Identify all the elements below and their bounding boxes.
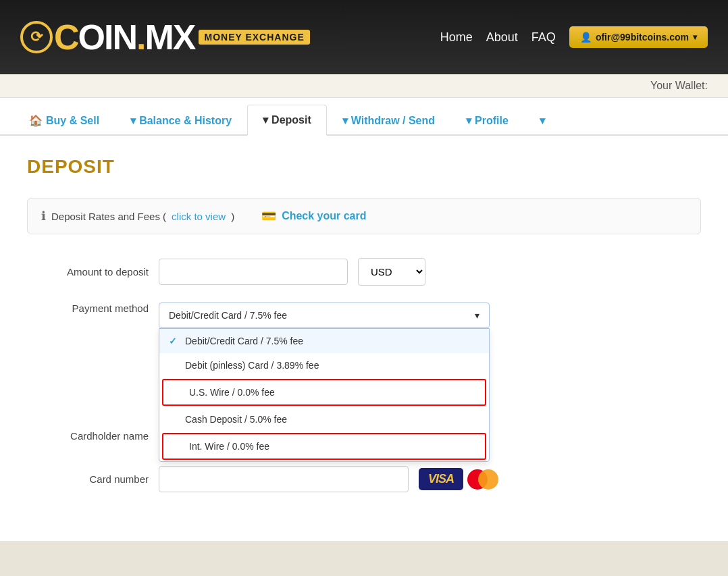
- chevron-down-icon: ▾: [263, 113, 268, 126]
- payment-option-us-wire[interactable]: U.S. Wire / 0.0% fee: [162, 379, 486, 406]
- payment-option-debit-credit[interactable]: ✓ Debit/Credit Card / 7.5% fee: [159, 329, 489, 353]
- amount-label: Amount to deposit: [27, 266, 149, 278]
- check-icon: ✓: [169, 336, 180, 346]
- chevron-down-icon: ▾: [540, 114, 545, 127]
- payment-option-label: Cash Deposit / 5.0% fee: [185, 414, 287, 425]
- card-number-label: Card number: [27, 473, 149, 485]
- payment-option-label: Debit/Credit Card / 7.5% fee: [185, 336, 303, 346]
- payment-option-label: Int. Wire / 0.0% fee: [189, 441, 269, 452]
- chevron-down-icon: ▾: [342, 114, 348, 127]
- chevron-down-icon: ▾: [130, 114, 136, 127]
- amount-input[interactable]: [159, 259, 348, 285]
- logo-text: COIN.MX: [54, 20, 194, 55]
- wallet-bar: Your Wallet:: [0, 74, 728, 98]
- payment-option-debit-pinless[interactable]: Debit (pinless) Card / 3.89% fee: [159, 353, 489, 377]
- rates-label: Deposit Rates and Fees (: [51, 211, 166, 222]
- user-email: ofir@99bitcoins.com: [596, 32, 689, 43]
- main-container: 🏠 Buy & Sell ▾ Balance & History ▾ Depos…: [0, 98, 728, 541]
- mastercard-logo: [467, 467, 504, 492]
- payment-dropdown-wrapper: Debit/Credit Card / 7.5% fee ▾ ✓ Debit/C…: [159, 303, 490, 328]
- coin-letter: ⟳: [30, 28, 43, 46]
- nav-faq[interactable]: FAQ: [531, 30, 556, 45]
- card-number-input[interactable]: [159, 466, 409, 492]
- tab-profile[interactable]: ▾ Profile: [450, 105, 524, 136]
- tab-balance-history[interactable]: ▾ Balance & History: [115, 105, 247, 136]
- page-title: DEPOSIT: [27, 156, 701, 178]
- logo: ⟳ COIN.MX MONEY EXCHANGE: [20, 20, 310, 55]
- info-icon: ℹ: [41, 209, 46, 224]
- rates-suffix: ): [231, 211, 234, 222]
- card-number-group: VISA: [159, 466, 504, 492]
- nav-home[interactable]: Home: [440, 30, 473, 45]
- logo-badge: MONEY EXCHANGE: [199, 30, 309, 45]
- payment-option-label: U.S. Wire / 0.0% fee: [189, 387, 275, 398]
- currency-select[interactable]: USD EUR GBP BTC: [358, 258, 425, 286]
- tab-withdraw-send[interactable]: ▾ Withdraw / Send: [327, 105, 450, 136]
- chevron-down-icon: ▾: [693, 32, 697, 42]
- page-body: DEPOSIT ℹ Deposit Rates and Fees ( click…: [0, 136, 728, 541]
- click-to-view-link[interactable]: click to view: [172, 211, 226, 222]
- visa-logo: VISA: [419, 468, 463, 490]
- chevron-down-icon: ▾: [475, 310, 479, 321]
- payment-option-label: Debit (pinless) Card / 3.89% fee: [185, 360, 319, 371]
- tab-bar: 🏠 Buy & Sell ▾ Balance & History ▾ Depos…: [0, 98, 728, 136]
- user-icon: 👤: [580, 32, 592, 43]
- rates-info: ℹ Deposit Rates and Fees ( click to view…: [41, 209, 234, 224]
- wallet-label: Your Wallet:: [650, 80, 708, 91]
- payment-form-group: Payment method Debit/Credit Card / 7.5% …: [27, 303, 701, 328]
- mc-orange-circle: [478, 469, 498, 490]
- credit-card-icon: 💳: [261, 209, 276, 224]
- nav-about[interactable]: About: [486, 30, 518, 45]
- payment-dropdown-menu: ✓ Debit/Credit Card / 7.5% fee Debit (pi…: [159, 328, 490, 462]
- main-nav: Home About FAQ 👤 ofir@99bitcoins.com ▾: [440, 26, 708, 48]
- header: ⟳ COIN.MX MONEY EXCHANGE Home About FAQ …: [0, 0, 728, 74]
- payment-option-cash-deposit[interactable]: Cash Deposit / 5.0% fee: [159, 407, 489, 431]
- chevron-down-icon: ▾: [466, 114, 471, 127]
- payment-option-int-wire[interactable]: Int. Wire / 0.0% fee: [162, 433, 486, 460]
- tab-buy-sell[interactable]: 🏠 Buy & Sell: [14, 105, 115, 136]
- home-icon: 🏠: [29, 114, 43, 127]
- card-logos: VISA: [419, 467, 504, 492]
- check-card-info: 💳 Check your card: [261, 209, 366, 224]
- card-number-form-group: Card number VISA: [27, 466, 701, 492]
- user-menu-button[interactable]: 👤 ofir@99bitcoins.com ▾: [569, 26, 708, 48]
- payment-label: Payment method: [27, 303, 149, 314]
- amount-form-group: Amount to deposit USD EUR GBP BTC: [27, 258, 701, 286]
- cardholder-label: Cardholder name: [27, 430, 149, 442]
- tab-deposit[interactable]: ▾ Deposit: [247, 105, 327, 136]
- check-card-link[interactable]: Check your card: [282, 210, 366, 222]
- tab-more[interactable]: ▾: [524, 105, 561, 136]
- payment-method-button[interactable]: Debit/Credit Card / 7.5% fee ▾: [159, 303, 490, 328]
- info-bar: ℹ Deposit Rates and Fees ( click to view…: [27, 198, 701, 234]
- coin-logo-icon: ⟳: [20, 21, 53, 53]
- payment-selected-label: Debit/Credit Card / 7.5% fee: [169, 310, 287, 321]
